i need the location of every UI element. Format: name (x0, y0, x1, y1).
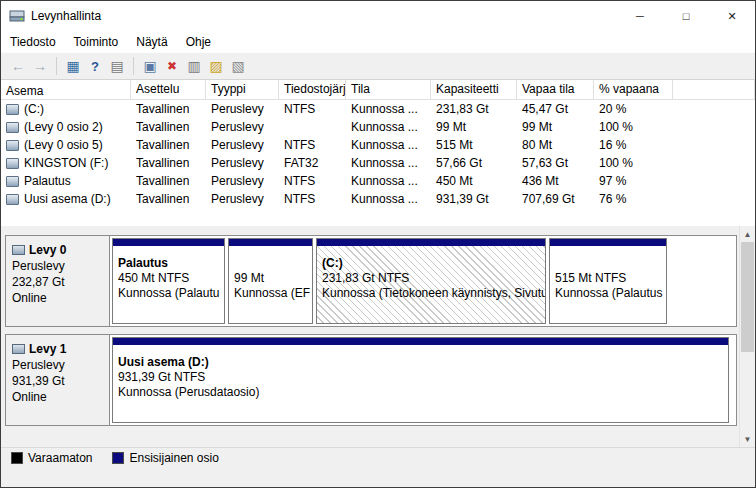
volume-icon (6, 140, 19, 151)
new-volume-icon[interactable]: ▥ (183, 55, 205, 77)
column-header-vapaa-tila[interactable]: Vapaa tila (517, 80, 594, 100)
table-row[interactable]: (Levy 0 osio 2) Tavallinen Peruslevy Kun… (1, 118, 755, 136)
menu-toiminto[interactable]: Toiminto (65, 31, 128, 52)
drive-icon (12, 344, 25, 354)
volume-capacity: 57,66 Gt (431, 156, 517, 170)
volume-icon (6, 158, 19, 169)
partition-size: 99 Mt (234, 271, 310, 286)
volume-capacity: 931,39 Gt (431, 192, 517, 206)
menu-ohje[interactable]: Ohje (177, 31, 220, 52)
unallocated-swatch (11, 452, 23, 464)
volume-icon (6, 122, 19, 133)
volume-capacity: 450 Mt (431, 174, 517, 188)
partition-efi[interactable]: 99 Mt Kunnossa (EF (228, 238, 313, 324)
disk-panel-levy0[interactable]: Levy 0 Peruslevy 232,87 Gt Online (6, 236, 110, 326)
vertical-scrollbar[interactable]: ▲ ▼ (739, 226, 755, 447)
partition-size: 450 Mt NTFS (118, 271, 222, 286)
volume-free: 99 Mt (517, 120, 594, 134)
volume-free: 57,63 Gt (517, 156, 594, 170)
window-controls: ─ □ ✕ (617, 1, 755, 31)
volume-status: Kunnossa ... (346, 174, 431, 188)
volume-status: Kunnossa ... (346, 102, 431, 116)
column-header-asema[interactable]: Asema (1, 80, 131, 100)
column-header-tyyppi[interactable]: Tyyppi (206, 80, 279, 100)
disk-panel-levy1[interactable]: Levy 1 Peruslevy 931,39 Gt Online (6, 335, 110, 425)
legend-label: Varaamaton (28, 451, 92, 465)
toolbar-separator (133, 57, 134, 75)
minimize-button[interactable]: ─ (617, 1, 663, 31)
partition-name (555, 256, 664, 271)
titlebar: Levynhallinta ─ □ ✕ (1, 1, 755, 31)
drive-icon (12, 245, 25, 255)
table-row[interactable]: (C:) Tavallinen Peruslevy NTFS Kunnossa … (1, 100, 755, 118)
close-button[interactable]: ✕ (709, 1, 755, 31)
disk-type: Peruslevy (12, 258, 105, 274)
scroll-up-icon[interactable]: ▲ (740, 226, 755, 242)
menu-nayta[interactable]: Näytä (127, 31, 176, 52)
disk-list: Levy 0 Peruslevy 232,87 Gt Online Palaut… (1, 226, 739, 447)
help-icon[interactable]: ? (84, 55, 106, 77)
partition-color-strip (317, 239, 545, 246)
volume-type: Peruslevy (206, 192, 279, 206)
column-header-row: Asema Asettelu Tyyppi Tiedostojärj... Ti… (1, 80, 755, 100)
bottom-filler (1, 467, 755, 487)
action-pane-icon[interactable]: ▣ (139, 55, 161, 77)
partition-c[interactable]: (C:) 231,83 Gt NTFS Kunnossa (Tietokonee… (316, 238, 546, 324)
partition-status: Kunnossa (Tietokoneen käynnistys, Sivutu (322, 286, 543, 301)
disk-status: Online (12, 389, 105, 405)
volume-icon (6, 104, 19, 115)
legend-primary-partition: Ensisijainen osio (112, 451, 218, 465)
volume-status: Kunnossa ... (346, 138, 431, 152)
column-header-kapasiteetti[interactable]: Kapasiteetti (431, 80, 517, 100)
toolbar-separator (56, 57, 57, 75)
column-header-pct-vapaana[interactable]: % vapaana (594, 80, 673, 100)
volume-name: Uusi asema (D:) (24, 192, 111, 206)
volume-type: Peruslevy (206, 156, 279, 170)
volume-free: 45,47 Gt (517, 102, 594, 116)
column-header-tiedostojarjestelma[interactable]: Tiedostojärj... (279, 80, 346, 100)
partition-status: Kunnossa (Perusdataosio) (118, 385, 726, 400)
back-icon[interactable]: ← (7, 55, 29, 77)
legend-bar: Varaamaton Ensisijainen osio (1, 447, 755, 467)
scrollbar-thumb[interactable] (741, 242, 754, 352)
column-header-asettelu[interactable]: Asettelu (131, 80, 206, 100)
volume-capacity: 231,83 Gt (431, 102, 517, 116)
volume-free-pct: 100 % (594, 156, 673, 170)
table-row[interactable]: Palautus Tavallinen Peruslevy NTFS Kunno… (1, 172, 755, 190)
open-explorer-icon[interactable]: ▨ (205, 55, 227, 77)
volume-name: (C:) (24, 102, 44, 116)
table-row[interactable]: Uusi asema (D:) Tavallinen Peruslevy NTF… (1, 190, 755, 208)
extend-volume-icon[interactable]: ▧ (227, 55, 249, 77)
delete-volume-icon[interactable]: ✖ (161, 55, 183, 77)
table-row[interactable]: (Levy 0 osio 5) Tavallinen Peruslevy NTF… (1, 136, 755, 154)
volume-free-pct: 16 % (594, 138, 673, 152)
table-row[interactable]: KINGSTON (F:) Tavallinen Peruslevy FAT32… (1, 154, 755, 172)
volume-filesystem: NTFS (279, 138, 346, 152)
scroll-down-icon[interactable]: ▼ (740, 431, 755, 447)
maximize-button[interactable]: □ (663, 1, 709, 31)
app-icon (9, 8, 25, 24)
partition-name: Uusi asema (D:) (118, 355, 726, 370)
partition-color-strip (113, 338, 728, 345)
console-tree-icon[interactable]: ▦ (62, 55, 84, 77)
scrollbar-track[interactable] (740, 242, 755, 431)
volume-free: 707,69 Gt (517, 192, 594, 206)
disk-size: 931,39 Gt (12, 373, 105, 389)
export-list-icon[interactable]: ▤ (106, 55, 128, 77)
volume-status: Kunnossa ... (346, 192, 431, 206)
column-header-tila[interactable]: Tila (346, 80, 431, 100)
partition-name: (C:) (322, 256, 543, 271)
volume-free: 80 Mt (517, 138, 594, 152)
menubar: Tiedosto Toiminto Näytä Ohje (1, 31, 755, 52)
volume-layout: Tavallinen (131, 156, 206, 170)
partition-d[interactable]: Uusi asema (D:) 931,39 Gt NTFS Kunnossa … (112, 337, 729, 423)
menu-tiedosto[interactable]: Tiedosto (1, 31, 65, 52)
volume-name: KINGSTON (F:) (24, 156, 108, 170)
partition-palautus[interactable]: Palautus 450 Mt NTFS Kunnossa (Palautu (112, 238, 225, 324)
partition-recovery[interactable]: 515 Mt NTFS Kunnossa (Palautus (549, 238, 667, 324)
volume-type: Peruslevy (206, 174, 279, 188)
partition-color-strip (113, 239, 224, 246)
disk-name: Levy 1 (29, 341, 66, 357)
forward-icon[interactable]: → (29, 55, 51, 77)
volume-type: Peruslevy (206, 102, 279, 116)
